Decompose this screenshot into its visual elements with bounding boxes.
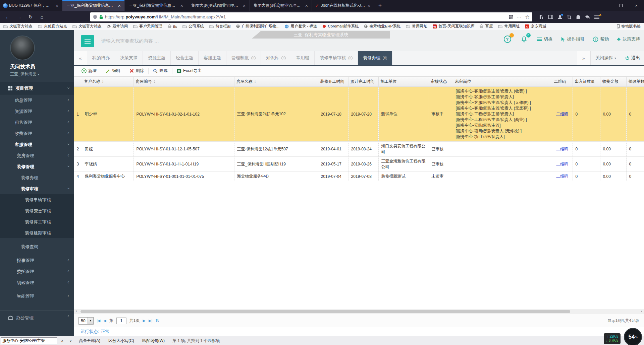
qr-code-link[interactable]: 二维码 <box>556 112 568 116</box>
sort-icon[interactable]: ▲▼ <box>154 80 156 83</box>
sort-icon[interactable]: ▲▼ <box>102 80 104 83</box>
bookmark-item[interactable]: 泰禾物业ERP系统 <box>364 24 400 29</box>
sort-icon[interactable]: ▲▼ <box>254 80 256 83</box>
sidebar-item[interactable]: 钥匙管理‹ <box>0 277 74 288</box>
scrollbar-thumb[interactable] <box>80 310 570 313</box>
qr-code-link[interactable]: 二维码 <box>556 147 568 151</box>
workspace-tab[interactable]: 客服主题 <box>199 51 226 65</box>
refresh-icon[interactable]: ↻ <box>155 318 160 324</box>
header-action[interactable]: 切换 <box>537 36 553 42</box>
table-row[interactable]: 2田妮POLYWY-HI-SY-01-01-12-1-05-507三亚-保利海棠… <box>74 142 644 157</box>
column-header[interactable]: 二维码 <box>552 77 573 87</box>
library-icon[interactable] <box>538 15 544 19</box>
toolbar-button[interactable]: 编辑 <box>101 68 125 74</box>
toolbar-button[interactable]: 删除 <box>125 68 149 74</box>
find-next-icon[interactable]: ∨ <box>67 338 74 344</box>
notification-question[interactable]: ? <box>503 35 512 44</box>
bookmark-item[interactable]: 百度 <box>480 24 493 29</box>
qr-code-link[interactable]: 二维码 <box>556 174 568 179</box>
forward-icon[interactable]: → <box>14 12 24 22</box>
tabs-scroll-left-icon[interactable]: « <box>74 51 87 65</box>
first-page-icon[interactable]: |◀ <box>97 319 100 323</box>
sidebar-item[interactable]: 租售管理‹ <box>0 117 74 128</box>
qr-code-link[interactable]: 二维码 <box>556 162 568 166</box>
bookmark-item[interactable]: tfs <box>168 24 177 28</box>
sidebar-item[interactable]: 装修办理 <box>0 172 74 183</box>
table-row[interactable]: 3李晓娟POLYWY-HI-SY-01-01-H-1-01-H19三亚_保利海棠… <box>74 157 644 172</box>
new-tab-button[interactable]: + <box>374 0 386 11</box>
bookmark-mobile[interactable]: 移动版书签 <box>617 24 641 29</box>
sidebar-item[interactable]: 智能管理‹ <box>0 290 74 301</box>
sidebar-item[interactable]: 办公管理‹ <box>0 310 74 324</box>
next-page-icon[interactable]: ▶ <box>143 319 145 323</box>
bookmark-item[interactable]: 公司系统 <box>182 24 204 29</box>
sidebar-item[interactable]: 装修变更审核 <box>0 205 74 216</box>
last-page-icon[interactable]: ▶| <box>149 319 152 323</box>
sidebar-item[interactable]: 信息管理‹ <box>0 94 74 106</box>
toolbar-button[interactable]: Excel导出 <box>172 68 206 74</box>
header-action[interactable]: ?帮助 <box>593 36 609 42</box>
tabs-scroll-right-icon[interactable]: » <box>577 51 590 65</box>
bookmark-item[interactable]: 最常访问 <box>107 24 128 29</box>
highlight-all-button[interactable]: 高亮全部(A) <box>76 337 103 344</box>
column-header[interactable]: 未审岗位 <box>453 77 552 87</box>
tab-close-icon[interactable]: × <box>179 3 184 8</box>
bookmark-item[interactable]: 前台框架 <box>209 24 231 29</box>
tab-close-icon[interactable]: × <box>367 3 371 8</box>
browser-tab[interactable]: 三亚_保利海棠物业信息平台× <box>125 0 187 11</box>
toolbar-button[interactable]: 筛选 <box>149 68 172 74</box>
browser-tab[interactable]: 三亚_保利海棠物业信息平台× <box>62 0 125 11</box>
bookmark-item[interactable]: 常用网址 <box>498 24 520 29</box>
browser-tab[interactable]: ✓Json在线解析格式化-Json在线× <box>312 0 374 11</box>
workspace-tab[interactable]: 装修申请审核× <box>315 51 358 65</box>
sidebar-item[interactable]: 收费管理‹ <box>0 128 74 139</box>
sidebar-item[interactable]: 装修管理‹ <box>0 161 74 172</box>
bookmark-item[interactable]: Coremail邮件系统 <box>322 24 359 29</box>
page-actions-icon[interactable]: ⋯ <box>517 14 522 20</box>
table-row[interactable]: 4保利海棠物业服务中心POLYWY-HI-SY-01-001-01-01-01-… <box>74 172 644 181</box>
notification-bell[interactable]: 0 <box>520 35 529 44</box>
column-header[interactable]: 收费金额 <box>600 77 626 87</box>
run-status-value[interactable]: 正常 <box>101 329 110 335</box>
toolbar-button[interactable]: 新增 <box>77 68 101 74</box>
url-bar[interactable]: https://erp.polywuye.com/HM/M_Main/frame… <box>90 12 532 21</box>
reload-icon[interactable]: ↻ <box>25 12 36 22</box>
menu-icon[interactable]: ▲! <box>594 15 599 19</box>
scroll-right-icon[interactable]: › <box>639 309 644 314</box>
exit-button[interactable]: 退出 <box>621 51 644 65</box>
workspace-tab[interactable]: 装修办理× <box>358 51 392 65</box>
workspace-tab[interactable]: 知识库× <box>261 51 291 65</box>
page-size-select[interactable]: 50▼ <box>78 317 94 325</box>
bookmark-item[interactable]: 客户天问管理 <box>133 24 162 29</box>
home-icon[interactable]: ⌂ <box>37 12 47 22</box>
tab-close-icon[interactable]: × <box>242 3 247 8</box>
scroll-left-icon[interactable]: ‹ <box>74 309 79 314</box>
table-row[interactable]: 1明少华POLYWY-HI-SY-01-01-02-1-01-102三亚-保利海… <box>74 87 644 142</box>
workspace-tab[interactable]: 管理制度× <box>226 51 261 65</box>
avatar[interactable] <box>10 36 35 60</box>
shield-icon[interactable] <box>93 15 97 19</box>
workspace-tab[interactable]: 经营主题 <box>171 51 199 65</box>
sidebar-item[interactable]: 报事管理‹ <box>0 255 74 266</box>
sidebar-item[interactable]: 资源管理‹ <box>0 106 74 117</box>
sidebar-collapse-button[interactable] <box>81 35 94 47</box>
sidebar-item[interactable]: 装修延期审核 <box>0 227 74 238</box>
bookmark-item[interactable]: 火狐官方站点 <box>38 24 67 29</box>
column-header[interactable]: 出入证数量 <box>573 77 600 87</box>
column-header[interactable]: 装修开工时间 <box>318 77 348 87</box>
tab-close-icon[interactable]: × <box>281 56 286 60</box>
account-icon[interactable] <box>557 14 562 19</box>
back-icon[interactable]: ← <box>3 12 13 22</box>
column-header[interactable]: 整改单数 <box>626 77 644 87</box>
global-search-input[interactable]: 请输入您需要查找的内容 … <box>101 38 159 44</box>
browser-tab[interactable]: 集团大厦(测试)物业管理系统× <box>250 0 312 11</box>
match-case-button[interactable]: 区分大小写(C) <box>105 337 137 344</box>
sidebar-item[interactable]: 委托管理‹ <box>0 266 74 277</box>
bookmark-item[interactable]: 广州保利国际广场物... <box>236 24 279 29</box>
page-number-input[interactable] <box>116 318 126 324</box>
find-previous-icon[interactable]: ∧ <box>59 338 65 344</box>
sidebar-item[interactable]: 项目管理‹ <box>0 82 74 94</box>
header-action[interactable]: 操作指引 <box>561 36 585 42</box>
tab-close-icon[interactable]: × <box>117 3 122 8</box>
header-action[interactable]: ♣决策支持 <box>617 36 640 42</box>
